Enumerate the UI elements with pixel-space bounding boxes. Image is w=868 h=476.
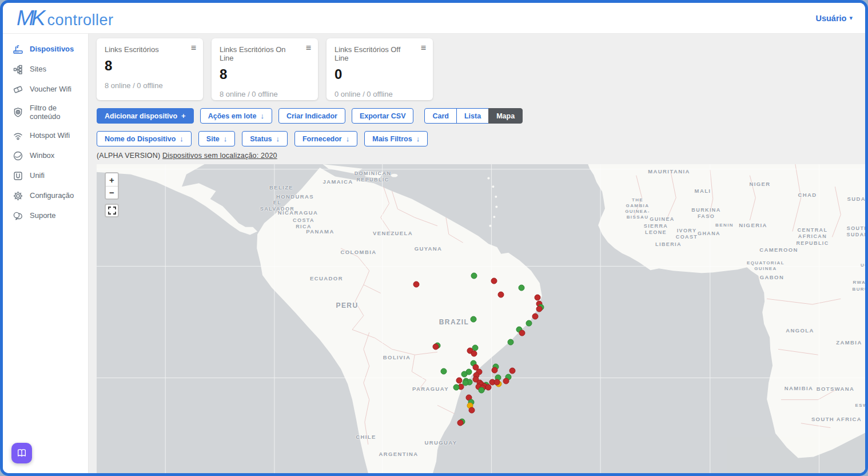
sidebar-item-voucher-wifi[interactable]: Voucher Wifi <box>3 80 88 100</box>
sidebar: Dispositivos Sites Voucher Wifi <box>3 34 89 473</box>
device-marker-red[interactable] <box>494 379 500 386</box>
filter-device-name-button[interactable]: Nome do Dispositivo ↓ <box>97 131 192 146</box>
sidebar-item-configuracao[interactable]: Configuração <box>3 186 88 206</box>
card-value: 8 <box>105 58 195 74</box>
map-landmass <box>97 164 865 473</box>
app-logo[interactable]: MK controller <box>17 7 114 29</box>
device-marker-green[interactable] <box>471 273 477 279</box>
sidebar-item-sites[interactable]: Sites <box>3 60 88 80</box>
plus-icon: + <box>181 112 186 120</box>
sidebar-item-label: Winbox <box>30 152 54 160</box>
card-subtitle: 8 online / 0 offline <box>220 90 310 98</box>
fullscreen-button[interactable] <box>105 204 119 217</box>
card-menu-icon[interactable]: ≡ <box>191 43 196 53</box>
hotspot-icon <box>13 130 23 141</box>
create-indicator-label: Criar Indicador <box>286 112 337 120</box>
view-map-label: Mapa <box>496 112 515 120</box>
sidebar-item-label: Suporte <box>30 212 56 220</box>
add-device-button[interactable]: Adicionar dispositivo + <box>97 108 194 124</box>
logo-mk-mark: MK <box>17 7 43 29</box>
device-marker-green[interactable] <box>453 384 460 391</box>
view-map-button[interactable]: Mapa <box>488 108 523 124</box>
stat-card-links-online: Links Escritórios On Line ≡ 8 8 online /… <box>212 38 318 100</box>
card-title: Links Escritórios On Line <box>220 45 310 62</box>
view-toggle-group: Card Lista Mapa <box>424 108 523 124</box>
filter-supplier-button[interactable]: Fornecedor ↓ <box>294 131 357 146</box>
zoom-out-button[interactable]: − <box>106 186 118 199</box>
sidebar-item-suporte[interactable]: Suporte <box>3 206 88 226</box>
card-menu-icon[interactable]: ≡ <box>306 43 311 53</box>
card-title: Links Escritórios Off Line <box>335 45 425 62</box>
device-marker-red[interactable] <box>469 407 475 414</box>
device-marker-green[interactable] <box>519 285 525 291</box>
sidebar-item-filtro-conteudo[interactable]: Filtro de conteúdo <box>3 100 88 126</box>
device-marker-red[interactable] <box>503 378 509 384</box>
batch-actions-button[interactable]: Ações em lote ↓ <box>200 108 272 124</box>
device-marker-green[interactable] <box>461 371 468 378</box>
filter-status-button[interactable]: Status ↓ <box>242 131 288 146</box>
device-marker-red[interactable] <box>456 378 463 384</box>
sidebar-item-hotspot-wifi[interactable]: Hotspot Wifi <box>3 126 88 146</box>
filters-row: Nome do Dispositivo ↓ Site ↓ Status ↓ Fo… <box>97 131 865 146</box>
chevron-down-icon: ▾ <box>849 14 853 22</box>
map-controls: + − <box>105 172 119 217</box>
view-list-button[interactable]: Lista <box>456 108 489 124</box>
device-marker-green[interactable] <box>508 339 514 346</box>
arrow-down-icon: ↓ <box>260 112 264 120</box>
devices-without-location-link[interactable]: Dispositivos sem localização: 2020 <box>162 152 277 160</box>
device-marker-red[interactable] <box>413 281 420 288</box>
sidebar-item-unifi[interactable]: Unifi <box>3 166 88 186</box>
device-marker-red[interactable] <box>485 384 492 391</box>
view-list-label: Lista <box>464 112 481 120</box>
export-csv-label: Exportar CSV <box>360 112 406 120</box>
open-book-icon <box>17 448 27 458</box>
add-device-label: Adicionar dispositivo <box>105 112 177 120</box>
map-canvas[interactable]: + − BELIZEHONDURASEL SALVADORNICARAGUACO… <box>97 164 865 473</box>
device-marker-red[interactable] <box>433 344 439 350</box>
user-menu[interactable]: Usuário ▾ <box>815 14 853 23</box>
zoom-in-button[interactable]: + <box>106 173 118 186</box>
card-title: Links Escritórios <box>105 45 195 54</box>
sidebar-item-label: Dispositivos <box>30 45 74 54</box>
sidebar-item-dispositivos[interactable]: Dispositivos <box>3 39 88 60</box>
header: MK controller Usuário ▾ <box>3 3 865 34</box>
card-subtitle: 8 online / 0 offline <box>105 81 195 90</box>
card-menu-icon[interactable]: ≡ <box>421 43 426 53</box>
device-marker-red[interactable] <box>471 351 477 357</box>
device-marker-red[interactable] <box>519 330 525 336</box>
arrow-down-icon: ↓ <box>416 134 420 143</box>
device-marker-green[interactable] <box>479 387 485 394</box>
device-marker-red[interactable] <box>498 292 504 298</box>
view-card-label: Card <box>432 112 448 120</box>
sidebar-item-label: Hotspot Wifi <box>30 132 70 140</box>
card-subtitle: 0 online / 0 offline <box>335 90 425 98</box>
export-csv-button[interactable]: Exportar CSV <box>352 108 414 124</box>
card-value: 8 <box>220 66 310 82</box>
device-marker-red[interactable] <box>457 420 464 426</box>
view-card-button[interactable]: Card <box>424 108 456 124</box>
device-marker-green[interactable] <box>441 368 447 375</box>
create-indicator-button[interactable]: Criar Indicador <box>278 108 345 124</box>
device-marker-green[interactable] <box>471 316 477 323</box>
device-marker-red[interactable] <box>532 314 539 320</box>
device-marker-red[interactable] <box>491 278 497 284</box>
settings-icon <box>13 191 23 201</box>
filter-label: Mais Filtros <box>372 135 412 143</box>
card-value: 0 <box>335 66 425 82</box>
device-marker-red[interactable] <box>492 367 498 374</box>
sidebar-item-label: Unifi <box>30 172 45 180</box>
filter-site-button[interactable]: Site ↓ <box>198 131 235 146</box>
device-marker-red[interactable] <box>536 306 543 312</box>
alpha-prefix: (ALPHA VERSION) <box>97 152 162 160</box>
voucher-icon <box>13 84 23 95</box>
device-marker-red[interactable] <box>535 295 541 301</box>
body: Dispositivos Sites Voucher Wifi <box>3 34 865 473</box>
filter-more-button[interactable]: Mais Filtros ↓ <box>364 131 428 146</box>
filter-label: Fornecedor <box>302 135 342 143</box>
arrow-down-icon: ↓ <box>346 134 350 143</box>
device-marker-red[interactable] <box>509 368 516 374</box>
help-docs-button[interactable] <box>11 443 32 463</box>
device-marker-green[interactable] <box>526 320 532 327</box>
sidebar-item-winbox[interactable]: Winbox <box>3 146 88 166</box>
map-geography <box>97 164 865 473</box>
